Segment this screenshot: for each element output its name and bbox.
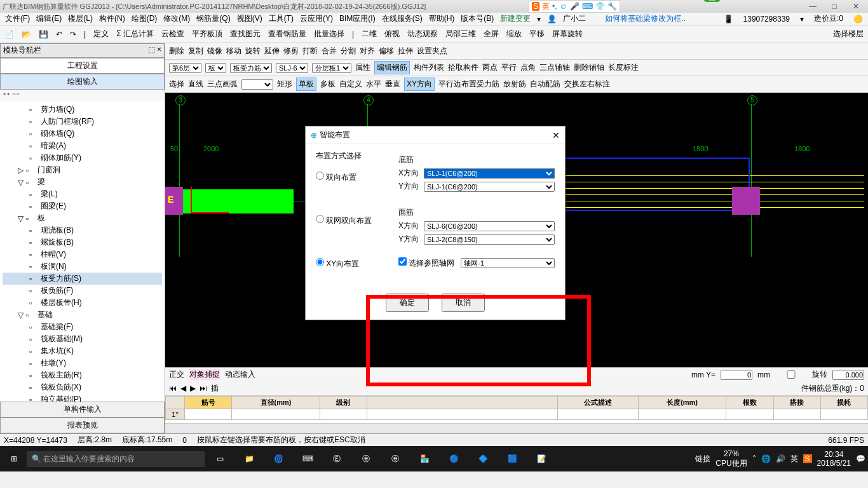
app-icon[interactable]: 🟦	[498, 447, 526, 470]
select-floor-button[interactable]: 选择楼层	[831, 27, 865, 41]
radio-xy[interactable]: XY向布置	[316, 258, 386, 269]
nav-first-icon[interactable]: ⏮	[169, 384, 177, 393]
table-row[interactable]: 1*	[166, 409, 868, 420]
tree-item[interactable]: ▫ 柱墩(Y)	[3, 357, 162, 369]
stretch-button[interactable]: 拉伸	[398, 46, 413, 57]
tab-single-input[interactable]: 单构件输入	[0, 402, 165, 417]
tree-item[interactable]: ▫ 柱帽(V)	[3, 248, 162, 261]
trim-button[interactable]: 修剪	[283, 46, 299, 57]
ime-emoji-icon[interactable]: ☺	[560, 2, 567, 11]
app-icon[interactable]: Ⓔ	[323, 447, 351, 470]
app-icon[interactable]: ⓔ	[352, 447, 380, 470]
tree-item[interactable]: ▫ 筏板负筋(X)	[3, 381, 162, 393]
redo-icon[interactable]: ↷	[68, 29, 78, 40]
app-icon[interactable]: 🌀	[264, 447, 292, 470]
delete-button[interactable]: 删除	[169, 46, 184, 57]
ime-toolbar[interactable]: S 英 •, ☺ 🎤 ⌨ 👕 🔧	[529, 0, 620, 13]
rotate-button[interactable]: 旋转	[245, 46, 261, 57]
menu-version[interactable]: 版本号(B)	[458, 12, 496, 25]
copy-button[interactable]: 复制	[188, 46, 203, 57]
tree-item[interactable]: ▫ 剪力墙(Q)	[3, 104, 162, 116]
ime-punct-icon[interactable]: •,	[552, 2, 557, 11]
pick-component-button[interactable]: 拾取构件	[448, 62, 478, 73]
snap-toggle[interactable]: 对象捕捉	[189, 369, 220, 380]
save-icon[interactable]: 💾	[37, 29, 50, 40]
sidebar-pin-icon[interactable]: ⬚ ×	[148, 45, 161, 56]
menu-edit[interactable]: 编辑(E)	[34, 12, 64, 25]
ime-keyboard-icon[interactable]: ⌨	[582, 2, 593, 11]
top-y-select[interactable]: SLJ-2(C8@150)	[424, 234, 555, 245]
orbit-button[interactable]: 动态观察	[405, 27, 440, 41]
batch-select-button[interactable]: 批量选择	[312, 27, 346, 41]
dynamic-input-toggle[interactable]: 动态输入	[225, 369, 255, 380]
fullscreen-button[interactable]: 全屏	[482, 27, 501, 41]
menu-help[interactable]: 帮助(H)	[426, 12, 458, 25]
tray-ime-icon[interactable]: S	[803, 454, 812, 463]
menu-file[interactable]: 文件(F)	[3, 12, 32, 25]
custom-button[interactable]: 自定义	[339, 79, 362, 90]
insert-button[interactable]: 插	[211, 383, 219, 394]
col-count[interactable]: 根数	[726, 396, 773, 409]
notification-icon[interactable]: 💬	[856, 454, 865, 463]
open-icon[interactable]: 📂	[20, 29, 33, 40]
vertical-button[interactable]: 垂直	[385, 79, 400, 90]
app-icon[interactable]: 🔵	[440, 447, 468, 470]
extend-button[interactable]: 延伸	[264, 46, 280, 57]
nav-last-icon[interactable]: ⏭	[200, 384, 207, 393]
menu-component[interactable]: 构件(N)	[97, 12, 128, 25]
tray-lang-icon[interactable]: 英	[790, 454, 798, 464]
task-view-icon[interactable]: ▭	[206, 447, 234, 470]
tree-item[interactable]: ▫ 现浇板(B)	[3, 224, 162, 236]
delete-axis-button[interactable]: 删除辅轴	[574, 62, 604, 73]
tree-item[interactable]: ▫ 独立基础(P)	[3, 393, 162, 402]
move-button[interactable]: 移动	[226, 46, 241, 57]
menu-modify[interactable]: 修改(M)	[161, 12, 193, 25]
zoom-button[interactable]: 缩放	[505, 27, 524, 41]
menu-view[interactable]: 视图(V)	[234, 12, 265, 25]
parallel-edge-button[interactable]: 平行边布置受力筋	[438, 79, 499, 90]
tree-item[interactable]: ▫ 人防门框墙(RF)	[3, 116, 162, 128]
tree-item[interactable]: ▫ 集水坑(K)	[3, 345, 162, 357]
help-link[interactable]: 如何将基础梁修改为框..	[602, 12, 688, 25]
edit-rebar-button[interactable]: 编辑钢筋	[374, 61, 410, 74]
tree-item[interactable]: ▫ 梁(L)	[3, 188, 162, 200]
menu-floor[interactable]: 楼层(L)	[65, 12, 95, 25]
tree-item[interactable]: ▫ 板洞(N)	[3, 261, 162, 273]
tree-item[interactable]: ▷ ▫ 门窗洞	[3, 164, 162, 176]
two-point-button[interactable]: 两点	[482, 62, 498, 73]
tree-item[interactable]: ▽ ▫ 板	[3, 212, 162, 224]
length-dim-button[interactable]: 长度标注	[608, 62, 639, 73]
app-icon[interactable]: 📁	[235, 447, 263, 470]
pan-button[interactable]: 平移	[527, 27, 546, 41]
arc-opts[interactable]	[241, 79, 273, 90]
app-icon[interactable]: ⓔ	[381, 447, 409, 470]
component-list-button[interactable]: 构件列表	[414, 62, 444, 73]
minimize-button[interactable]: —	[803, 2, 822, 11]
tree-item[interactable]: ▫ 板负筋(F)	[3, 285, 162, 297]
floor-select[interactable]: 第6层	[169, 63, 201, 73]
tree-item[interactable]: ▫ 筏板主筋(R)	[3, 369, 162, 381]
close-button[interactable]: ✕	[846, 2, 865, 11]
col-length[interactable]: 长度(mm)	[638, 396, 726, 409]
ok-button[interactable]: 确定	[386, 294, 429, 312]
sidebar-tool[interactable]: ⁺⁺ ⁻⁻	[0, 90, 165, 101]
2d-button[interactable]: 二维	[360, 27, 379, 41]
tree-item[interactable]: ▫ 筏板基础(M)	[3, 333, 162, 345]
app-icon[interactable]: 🏪	[410, 447, 438, 470]
tree-item[interactable]: ▫ 圈梁(E)	[3, 200, 162, 212]
component-select[interactable]: 板	[205, 63, 226, 73]
rebar-table[interactable]: 筋号 直径(mm) 级别 公式描述 长度(mm) 根数 搭接 损耗 1*	[165, 395, 868, 423]
taskbar-search[interactable]: 🔍 在这里输入你要搜索的内容	[27, 451, 205, 467]
align-button[interactable]: 对齐	[360, 46, 375, 57]
find-button[interactable]: 查找图元	[228, 27, 262, 41]
sum-button[interactable]: Σ 汇总计算	[114, 27, 156, 41]
new-icon[interactable]: 📄	[3, 29, 16, 40]
ime-mic-icon[interactable]: 🎤	[570, 2, 580, 11]
auto-rebar-button[interactable]: 自动配筋	[530, 79, 560, 90]
radio-double-net[interactable]: 双网双向布置	[316, 215, 386, 226]
nav-next-icon[interactable]: ▶	[190, 384, 196, 393]
user-name[interactable]: 广小二	[560, 12, 588, 25]
props-button[interactable]: 属性	[355, 62, 370, 73]
menu-bim[interactable]: BIM应用(I)	[337, 12, 378, 25]
tree-item[interactable]: ▫ 砌体加筋(Y)	[3, 152, 162, 164]
